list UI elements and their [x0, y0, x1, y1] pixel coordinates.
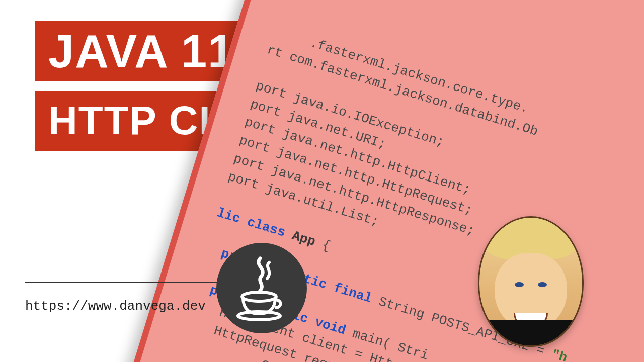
svg-point-1 — [238, 312, 280, 320]
thumbnail-stage: JAVA 11 HTTP CLIENT .fasterxml.jackson.c… — [0, 0, 644, 362]
java-logo-badge — [216, 243, 307, 333]
svg-point-0 — [242, 292, 276, 301]
avatar-illustration — [478, 216, 584, 347]
java-logo-icon — [234, 255, 289, 321]
website-url: https://www.danvega.dev — [25, 299, 206, 314]
